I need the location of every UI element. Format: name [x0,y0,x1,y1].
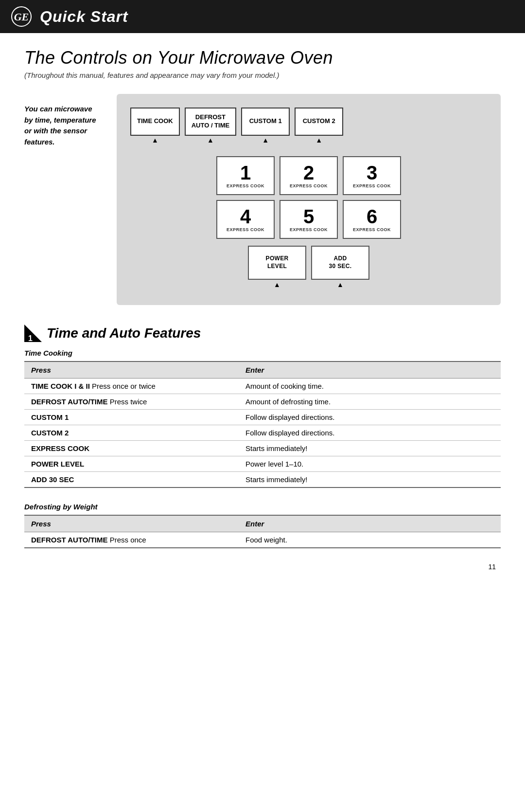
page-number: 11 [24,563,501,571]
main-content: The Controls on Your Microwave Oven (Thr… [0,33,525,590]
num-5-sublabel: EXPRESS COOK [290,227,328,232]
num-5-digit: 5 [303,207,314,226]
press-cell: EXPRESS COOK [24,440,239,456]
time-cook-button[interactable]: TIME COOK [130,108,180,136]
side-text: You can microwave by time, temperature o… [24,94,102,305]
num-1-button[interactable]: 1 EXPRESS COOK [216,156,275,195]
table-header-row: Press Enter [24,515,501,532]
add-30sec-button[interactable]: ADD30 SEC. [311,246,369,280]
enter-cell: Food weight. [239,532,501,548]
defrost-auto-time-button[interactable]: DEFROSTAUTO / TIME [185,108,236,136]
top-buttons-row: TIME COOK DEFROSTAUTO / TIME CUSTOM 1 CU… [128,108,489,136]
header-title: Quick Start [40,8,128,26]
press-cell: DEFROST AUTO/TIME Press twice [24,394,239,409]
enter-cell: Starts immediately! [239,440,501,456]
section1-title: Time and Auto Features [47,325,201,341]
num-3-button[interactable]: 3 EXPRESS COOK [343,156,401,195]
time-cooking-title: Time Cooking [24,349,501,357]
num-4-digit: 4 [240,207,251,226]
table-row: POWER LEVEL Power level 1–10. [24,456,501,471]
svg-marker-2 [24,325,42,342]
bottom-row: POWERLEVEL ADD30 SEC. [128,246,489,280]
table-row: EXPRESS COOK Starts immediately! [24,440,501,456]
page-subtitle: (Throughout this manual, features and ap… [24,71,501,79]
num-2-digit: 2 [303,163,314,182]
svg-text:GE: GE [14,11,29,23]
custom2-label: CUSTOM 2 [303,117,335,126]
num-5-button[interactable]: 5 EXPRESS COOK [280,200,338,239]
num-6-button[interactable]: 6 EXPRESS COOK [343,200,401,239]
num-1-sublabel: EXPRESS COOK [227,183,264,188]
page-title: The Controls on Your Microwave Oven [24,48,501,68]
defrosting-weight-title: Defrosting by Weight [24,503,501,511]
control-panel: TIME COOK DEFROSTAUTO / TIME CUSTOM 1 CU… [117,94,501,305]
custom1-button[interactable]: CUSTOM 1 [241,108,290,136]
time-cook-label: TIME COOK [137,117,173,126]
num-4-sublabel: EXPRESS COOK [227,227,264,232]
defrost-label: DEFROSTAUTO / TIME [192,113,229,130]
num-3-sublabel: EXPRESS COOK [353,183,391,188]
logo: GE [10,5,33,28]
triangle-icon: 1 [24,325,42,342]
table-row: CUSTOM 2 Follow displayed directions. [24,425,501,440]
num-2-sublabel: EXPRESS COOK [290,183,328,188]
num-1-digit: 1 [240,163,251,182]
numbers-row-2: 4 EXPRESS COOK 5 EXPRESS COOK 6 EXPRESS … [128,200,489,239]
defrosting-weight-table: Press Enter DEFROST AUTO/TIME Press once… [24,515,501,548]
press-cell: ADD 30 SEC [24,471,239,487]
header-bar: GE Quick Start [0,0,525,33]
table-row: TIME COOK I & II Press once or twice Amo… [24,378,501,394]
time-cooking-table: Press Enter TIME COOK I & II Press once … [24,361,501,488]
enter-cell: Power level 1–10. [239,456,501,471]
section1-triangle: 1 [24,325,42,342]
ge-logo-icon: GE [11,6,32,27]
press-cell: DEFROST AUTO/TIME Press once [24,532,239,548]
press-cell: CUSTOM 1 [24,409,239,425]
num-6-sublabel: EXPRESS COOK [353,227,391,232]
table-row: ADD 30 SEC Starts immediately! [24,471,501,487]
power-level-label: POWERLEVEL [266,255,289,270]
table-row: DEFROST AUTO/TIME Press once Food weight… [24,532,501,548]
controls-section: You can microwave by time, temperature o… [24,94,501,305]
col1-header: Press [24,361,239,379]
svg-text:1: 1 [28,334,33,342]
section1-heading: 1 Time and Auto Features [24,325,501,342]
col2-header: Enter [239,361,501,379]
enter-cell: Starts immediately! [239,471,501,487]
press-cell: POWER LEVEL [24,456,239,471]
custom2-button[interactable]: CUSTOM 2 [295,108,343,136]
num-4-button[interactable]: 4 EXPRESS COOK [216,200,275,239]
press-cell: CUSTOM 2 [24,425,239,440]
enter-cell: Amount of cooking time. [239,378,501,394]
enter-cell: Follow displayed directions. [239,425,501,440]
table-header-row: Press Enter [24,361,501,379]
enter-cell: Follow displayed directions. [239,409,501,425]
numbers-row-1: 1 EXPRESS COOK 2 EXPRESS COOK 3 EXPRESS … [128,156,489,195]
press-cell: TIME COOK I & II Press once or twice [24,378,239,394]
col2-header: Enter [239,515,501,532]
add-30sec-label: ADD30 SEC. [329,255,352,270]
power-level-button[interactable]: POWERLEVEL [248,246,306,280]
col1-header: Press [24,515,239,532]
enter-cell: Amount of defrosting time. [239,394,501,409]
num-3-digit: 3 [367,163,377,182]
table-row: DEFROST AUTO/TIME Press twice Amount of … [24,394,501,409]
custom1-label: CUSTOM 1 [249,117,282,126]
table-row: CUSTOM 1 Follow displayed directions. [24,409,501,425]
num-6-digit: 6 [367,207,377,226]
num-2-button[interactable]: 2 EXPRESS COOK [280,156,338,195]
